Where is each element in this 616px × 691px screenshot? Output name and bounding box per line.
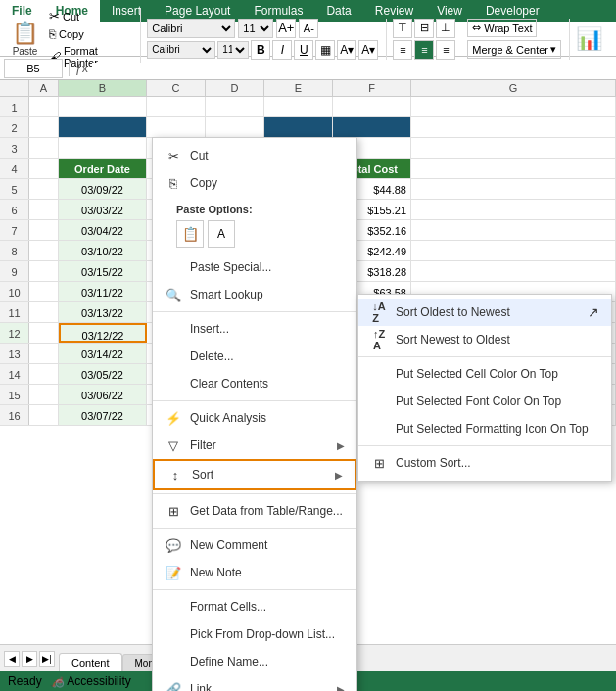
cell[interactable]: 03/14/22 <box>59 344 147 363</box>
cell[interactable]: 03/06/22 <box>59 385 147 404</box>
cell[interactable]: 03/04/22 <box>59 220 147 240</box>
menu-item-define-name[interactable]: Define Name... <box>153 648 356 675</box>
cell[interactable] <box>411 97 616 116</box>
cell[interactable] <box>59 138 147 158</box>
align-middle-button[interactable]: ⊟ <box>414 19 434 38</box>
menu-item-insert[interactable]: Insert... <box>153 315 356 343</box>
menu-item-filter[interactable]: ▽ Filter ▶ <box>153 432 356 459</box>
cell[interactable]: 03/15/22 <box>59 261 147 281</box>
paste-icon-2[interactable]: A <box>208 220 235 248</box>
menu-item-pick-dropdown[interactable]: Pick From Drop-down List... <box>153 621 356 648</box>
menu-item-cut[interactable]: ✂ Cut <box>153 142 356 169</box>
cell[interactable] <box>29 179 59 199</box>
sheet-nav-prev[interactable]: ◀ <box>4 651 20 667</box>
align-center-button[interactable]: ≡ <box>414 40 434 60</box>
menu-item-link[interactable]: 🔗 Link ▶ <box>153 675 356 691</box>
fill-color-button[interactable]: A▾ <box>337 40 356 60</box>
sheet-tab-content[interactable]: Content <box>59 653 122 672</box>
merge-center-button[interactable]: Merge & Center▾ <box>467 40 561 59</box>
submenu-sort-newest-to-oldest[interactable]: ↑ZA Sort Newest to Oldest <box>358 326 611 353</box>
menu-item-get-data[interactable]: ⊞ Get Data from Table/Range... <box>153 497 356 525</box>
cell-selected[interactable]: 03/12/22 <box>59 323 147 343</box>
col-header-a[interactable]: A <box>29 80 59 96</box>
cell[interactable] <box>29 200 59 219</box>
cell[interactable] <box>411 138 616 158</box>
cell[interactable] <box>59 97 147 116</box>
col-header-c[interactable]: C <box>147 80 206 96</box>
data-icon[interactable]: 📊 <box>576 26 602 52</box>
sheet-nav-end[interactable]: ▶| <box>39 651 55 667</box>
menu-item-sort[interactable]: ↕ Sort ▶ <box>153 459 356 490</box>
col-header-f[interactable]: F <box>333 80 411 96</box>
cell[interactable] <box>59 117 147 137</box>
cell[interactable] <box>206 97 264 116</box>
menu-item-format-cells[interactable]: Format Cells... <box>153 593 356 621</box>
col-header-b[interactable]: B <box>59 80 147 96</box>
bold-button[interactable]: B <box>251 40 270 60</box>
font-family-select[interactable]: Calibri <box>147 19 235 38</box>
cell[interactable] <box>411 200 616 219</box>
cell[interactable] <box>29 344 59 363</box>
cut-button[interactable]: ✂ Cut <box>46 8 132 24</box>
cell[interactable] <box>264 97 333 116</box>
menu-item-clear-contents[interactable]: Clear Contents <box>153 370 356 397</box>
cell[interactable] <box>29 405 59 425</box>
menu-item-new-note[interactable]: 📝 New Note <box>153 559 356 586</box>
border-button[interactable]: ▦ <box>315 40 335 60</box>
align-top-button[interactable]: ⊤ <box>393 19 412 38</box>
menu-item-quick-analysis[interactable]: ⚡ Quick Analysis <box>153 404 356 432</box>
menu-item-delete[interactable]: Delete... <box>153 343 356 370</box>
copy-button[interactable]: ⎘ Copy <box>46 26 132 42</box>
cell[interactable] <box>29 364 59 384</box>
cell[interactable] <box>29 302 59 322</box>
cell[interactable] <box>29 97 59 116</box>
decrease-font-button[interactable]: A- <box>299 19 318 38</box>
cell[interactable] <box>333 117 411 137</box>
cell[interactable]: 03/11/22 <box>59 282 147 301</box>
cell[interactable] <box>411 220 616 240</box>
cell[interactable] <box>206 117 264 137</box>
paste-icon-1[interactable]: 📋 <box>176 220 204 248</box>
col-header-d[interactable]: D <box>206 80 264 96</box>
menu-item-new-comment[interactable]: 💬 New Comment <box>153 531 356 559</box>
cell[interactable]: 03/09/22 <box>59 179 147 199</box>
cell[interactable] <box>264 117 333 137</box>
cell[interactable] <box>29 385 59 404</box>
cell[interactable]: 03/13/22 <box>59 302 147 322</box>
cell[interactable] <box>411 159 616 178</box>
cell[interactable] <box>411 117 616 137</box>
align-left-button[interactable]: ≡ <box>393 40 412 60</box>
col-header-e[interactable]: E <box>264 80 333 96</box>
cell[interactable] <box>29 220 59 240</box>
cell[interactable] <box>29 117 59 137</box>
cell[interactable]: 03/07/22 <box>59 405 147 425</box>
cell[interactable] <box>29 159 59 178</box>
menu-item-smart-lookup[interactable]: 🔍 Smart Lookup <box>153 281 356 308</box>
sheet-nav-next[interactable]: ▶ <box>22 651 37 667</box>
align-right-button[interactable]: ≡ <box>436 40 455 60</box>
italic-button[interactable]: I <box>272 40 292 60</box>
cell[interactable] <box>29 323 59 343</box>
cell[interactable] <box>333 97 411 116</box>
cell-order-date-header[interactable]: Order Date <box>59 159 147 178</box>
cell[interactable] <box>29 261 59 281</box>
cell[interactable] <box>411 179 616 199</box>
cell[interactable] <box>147 117 206 137</box>
font-size-select-2[interactable]: 11 <box>217 41 249 59</box>
paste-button[interactable]: 📋 Paste <box>6 19 44 59</box>
increase-font-button[interactable]: A+ <box>276 19 296 38</box>
font-family-select-2[interactable]: Calibri <box>147 41 215 59</box>
font-color-button[interactable]: A▾ <box>358 40 378 60</box>
cell[interactable] <box>411 241 616 260</box>
underline-button[interactable]: U <box>294 40 313 60</box>
cell[interactable] <box>29 241 59 260</box>
wrap-text-button[interactable]: ⇔Wrap Text <box>467 19 537 37</box>
submenu-put-format-icon[interactable]: Put Selected Formatting Icon On Top <box>358 415 611 442</box>
submenu-sort-oldest-to-newest[interactable]: ↓AZ Sort Oldest to Newest ↗ <box>358 299 611 326</box>
submenu-put-cell-color[interactable]: Put Selected Cell Color On Top <box>358 360 611 388</box>
cell[interactable]: 03/05/22 <box>59 364 147 384</box>
cell[interactable] <box>147 97 206 116</box>
cell[interactable]: 03/10/22 <box>59 241 147 260</box>
align-bottom-button[interactable]: ⊥ <box>436 19 455 38</box>
cell[interactable] <box>29 138 59 158</box>
